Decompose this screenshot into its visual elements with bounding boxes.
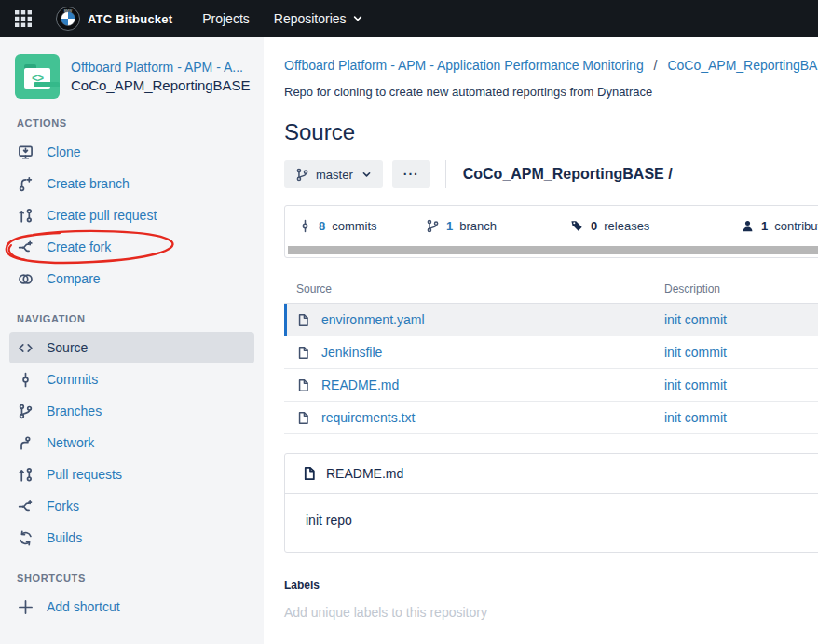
- file-table: Source Description environment.yaml init…: [284, 277, 818, 434]
- breadcrumb-repo-link[interactable]: CoCo_APM_ReportingBASE: [667, 58, 818, 73]
- builds-icon: [17, 529, 34, 546]
- chevron-down-icon: [352, 13, 363, 24]
- branch-icon: [17, 403, 34, 419]
- toolbar-divider: [445, 160, 446, 188]
- stat-commits[interactable]: 8 commits: [298, 219, 426, 233]
- table-row[interactable]: Jenkinsfile init commit: [284, 336, 818, 369]
- sidebar-repo-name: CoCo_APM_ReportingBASE: [71, 77, 249, 93]
- sidebar-item-label: Create pull request: [47, 208, 157, 223]
- fork-icon: [17, 498, 34, 514]
- tag-icon: [570, 219, 584, 233]
- nav-repositories[interactable]: Repositories: [274, 11, 363, 26]
- stat-branches[interactable]: 1 branch: [426, 219, 570, 233]
- pull-request-icon: [17, 466, 34, 483]
- sidebar-item-create-fork[interactable]: Create fork: [9, 231, 254, 263]
- file-icon: [296, 313, 310, 327]
- commit-message-link[interactable]: init commit: [664, 377, 818, 392]
- repository-sidebar: <> Offboard Platform - APM - A... CoCo_A…: [0, 37, 264, 644]
- sidebar-item-clone[interactable]: Clone: [9, 136, 254, 168]
- network-icon: [17, 434, 34, 451]
- nav-projects[interactable]: Projects: [202, 11, 250, 26]
- sidebar-item-commits[interactable]: Commits: [9, 363, 254, 395]
- column-header-source: Source: [296, 282, 664, 295]
- more-actions-button[interactable]: ···: [392, 160, 430, 188]
- file-name-link[interactable]: README.md: [321, 377, 399, 392]
- clone-icon: [17, 144, 34, 160]
- sidebar-item-compare[interactable]: Compare: [9, 263, 254, 295]
- page-title: Source: [284, 119, 818, 145]
- table-row[interactable]: requirements.txt init commit: [284, 402, 818, 434]
- readme-panel: README.md init repo: [284, 453, 818, 553]
- section-title-actions: ACTIONS: [9, 117, 254, 129]
- commit-message-link[interactable]: init commit: [664, 312, 818, 327]
- stat-contributors[interactable]: 1 contributor: [741, 219, 818, 233]
- app-switcher-icon[interactable]: [15, 10, 32, 27]
- sidebar-item-repository-settings[interactable]: Repository settings: [9, 637, 254, 644]
- sidebar-item-source[interactable]: Source: [9, 332, 254, 363]
- sidebar-item-builds[interactable]: Builds: [9, 522, 254, 554]
- brand-home-link[interactable]: BMW ATC Bitbucket: [56, 7, 172, 31]
- horizontal-scrollbar[interactable]: [288, 246, 818, 254]
- create-branch-icon: [17, 175, 34, 192]
- plus-icon: [17, 598, 34, 615]
- readme-content: init repo: [285, 494, 818, 552]
- branch-icon: [295, 168, 309, 182]
- app-title: ATC Bitbucket: [88, 12, 172, 26]
- repo-avatar[interactable]: <>: [15, 54, 60, 99]
- commit-icon: [298, 219, 312, 233]
- table-row[interactable]: environment.yaml init commit: [284, 304, 818, 336]
- section-title-shortcuts: SHORTCUTS: [9, 572, 254, 583]
- file-icon: [296, 378, 310, 392]
- table-row[interactable]: README.md init commit: [284, 369, 818, 402]
- chevron-down-icon: [361, 170, 372, 180]
- sidebar-item-label: Pull requests: [47, 467, 122, 482]
- branch-icon: [426, 219, 440, 233]
- sidebar-item-label: Branches: [47, 404, 102, 418]
- repo-description: Repo for cloning to create new automated…: [284, 85, 818, 99]
- sidebar-item-label: Compare: [47, 271, 101, 286]
- commit-message-link[interactable]: init commit: [664, 345, 818, 360]
- sidebar-item-label: Create branch: [47, 176, 130, 191]
- fork-icon: [17, 239, 34, 255]
- labels-title: Labels: [284, 579, 818, 592]
- sidebar-item-label: Clone: [47, 144, 81, 159]
- sidebar-item-branches[interactable]: Branches: [9, 395, 254, 427]
- main-content: Offboard Platform - APM - Application Pe…: [264, 37, 818, 644]
- commit-message-link[interactable]: init commit: [664, 410, 818, 425]
- sidebar-item-label: Forks: [47, 499, 79, 514]
- branch-selector-button[interactable]: master: [284, 160, 383, 188]
- branch-selector-value: master: [316, 168, 353, 182]
- compare-icon: [17, 270, 34, 287]
- file-name-link[interactable]: Jenkinsfile: [321, 345, 382, 360]
- sidebar-item-create-branch[interactable]: Create branch: [9, 168, 254, 199]
- file-name-link[interactable]: environment.yaml: [321, 312, 425, 327]
- readme-filename[interactable]: README.md: [326, 466, 403, 481]
- pull-request-icon: [17, 207, 34, 224]
- repo-stats-panel: 8 commits 1 branch 0: [284, 205, 818, 258]
- bmw-logo-icon: BMW: [56, 7, 80, 31]
- column-header-description: Description: [664, 282, 818, 295]
- sidebar-item-network[interactable]: Network: [9, 427, 254, 459]
- sidebar-item-create-pull-request[interactable]: Create pull request: [9, 199, 254, 231]
- code-icon: [17, 339, 34, 356]
- sidebar-item-label: Create fork: [47, 240, 111, 254]
- person-icon: [741, 219, 755, 233]
- sidebar-item-pull-requests[interactable]: Pull requests: [9, 459, 254, 490]
- file-icon: [296, 411, 310, 425]
- repo-path-title: CoCo_APM_ReportingBASE /: [463, 166, 673, 183]
- top-navigation-bar: BMW ATC Bitbucket Projects Repositories: [0, 0, 818, 37]
- breadcrumb-project-link[interactable]: Offboard Platform - APM - Application Pe…: [284, 58, 644, 73]
- stat-releases[interactable]: 0 releases: [570, 219, 741, 233]
- sidebar-item-label: Source: [47, 340, 88, 355]
- breadcrumb-separator: /: [654, 58, 658, 73]
- sidebar-item-label: Add shortcut: [47, 599, 120, 614]
- labels-input-placeholder[interactable]: Add unique labels to this repository: [284, 605, 818, 620]
- labels-section: Labels Add unique labels to this reposit…: [284, 579, 818, 620]
- sidebar-item-add-shortcut[interactable]: Add shortcut: [9, 591, 254, 623]
- file-name-link[interactable]: requirements.txt: [321, 410, 415, 425]
- breadcrumb: Offboard Platform - APM - Application Pe…: [284, 58, 818, 73]
- sidebar-item-label: Commits: [47, 372, 98, 387]
- section-title-navigation: NAVIGATION: [9, 313, 254, 324]
- sidebar-project-link[interactable]: Offboard Platform - APM - A...: [71, 60, 249, 75]
- sidebar-item-forks[interactable]: Forks: [9, 490, 254, 522]
